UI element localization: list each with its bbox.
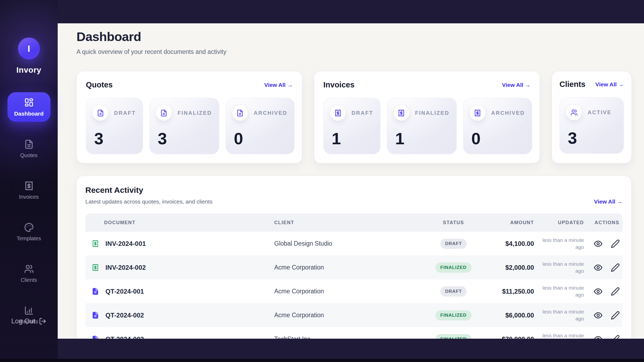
app-logo[interactable]: I Invory [0, 0, 58, 75]
stat-tiles: DRAFT1FINALIZED1ARCHIVED0 [323, 98, 530, 154]
app-name: Invory [16, 65, 41, 75]
edit-button[interactable] [611, 311, 620, 320]
stat-value: 3 [94, 130, 136, 147]
invoices-view-all-link[interactable]: View All → [502, 82, 530, 88]
view-button[interactable] [594, 287, 603, 296]
sidebar-item-invoices[interactable]: Invoices [8, 176, 50, 205]
sidebar-item-templates[interactable]: Templates [8, 217, 50, 246]
stat-value: 1 [395, 130, 449, 147]
page-header: Dashboard A quick overview of your recen… [58, 23, 644, 56]
sidebar-item-reports[interactable]: Reports [8, 300, 50, 330]
actions-cell [585, 287, 623, 296]
chart-icon [24, 306, 34, 315]
amount-cell: $6,000.00 [483, 312, 534, 319]
card-header-clients: ClientsView All → [559, 80, 624, 89]
receipt-icon [398, 109, 405, 117]
stat-tiles: DRAFT3FINALIZED3ARCHIVED0 [86, 98, 293, 154]
file-icon [236, 109, 244, 117]
stat-value: 0 [234, 130, 287, 147]
file-icon [160, 109, 167, 117]
status-cell: FINALIZED [424, 310, 483, 320]
stat-label: ARCHIVED [254, 110, 287, 116]
document-id: QT-2024-003 [105, 335, 144, 339]
amount-cell: $11,250.00 [483, 288, 534, 295]
status-cell: DRAFT [424, 286, 483, 297]
stat-icon-circle [330, 105, 346, 121]
logout-button[interactable]: Log Out [0, 317, 58, 325]
stat-label: ARCHIVED [491, 110, 525, 116]
status-cell: FINALIZED [424, 263, 483, 273]
document-cell: INV-2024-001 [85, 240, 274, 248]
stat-tile-archived: ARCHIVED0 [226, 98, 295, 154]
actions-cell [585, 239, 623, 248]
palette-icon [24, 223, 34, 232]
stat-value: 1 [332, 130, 373, 147]
table-row: QT-2024-003TechStart Inc.FINALIZED$70,00… [85, 327, 623, 339]
stat-label: ACTIVE [588, 109, 612, 116]
document-id: QT-2024-001 [105, 288, 144, 295]
sidebar-item-label: Invoices [19, 194, 39, 200]
edit-button[interactable] [611, 287, 620, 296]
clients-view-all-link[interactable]: View All → [595, 81, 624, 88]
stat-icon-circle [93, 105, 108, 121]
view-button[interactable] [594, 311, 603, 320]
client-cell: TechStart Inc. [274, 335, 424, 339]
view-button[interactable] [594, 239, 603, 248]
eye-icon [594, 287, 603, 296]
stat-tile-top: FINALIZED [156, 105, 212, 121]
client-cell: Acme Corporation [274, 264, 424, 271]
edit-button[interactable] [611, 239, 620, 248]
document-cell: QT-2024-002 [85, 312, 274, 319]
recent-activity-card: Recent Activity Latest updates across qu… [76, 176, 631, 339]
document-cell: QT-2024-001 [85, 288, 274, 295]
document-id: QT-2024-002 [105, 312, 144, 319]
quotes-view-all-link[interactable]: View All → [264, 82, 293, 88]
sidebar-item-dashboard[interactable]: Dashboard [8, 92, 50, 122]
file-icon [92, 288, 99, 295]
column-header-actions: ACTIONS [585, 220, 623, 226]
updated-cell: less than a minute ago [534, 308, 585, 322]
bottom-edge [0, 359, 644, 362]
updated-cell: less than a minute ago [534, 237, 585, 250]
updated-cell: less than a minute ago [534, 261, 585, 274]
file-icon [92, 312, 99, 319]
document-id: INV-2024-002 [105, 264, 146, 271]
sidebar-item-clients[interactable]: Clients [8, 259, 50, 288]
actions-cell [585, 263, 623, 272]
recent-activity-view-all-link[interactable]: View All → [594, 198, 623, 205]
summary-cards: QuotesView All →DRAFT3FINALIZED3ARCHIVED… [76, 71, 632, 163]
edit-button[interactable] [611, 263, 620, 272]
page-subtitle: A quick overview of your recent document… [76, 48, 644, 56]
stat-label: FINALIZED [415, 110, 449, 116]
stat-tile-top: FINALIZED [394, 105, 449, 121]
stat-tile-top: ARCHIVED [470, 105, 525, 121]
status-badge: FINALIZED [436, 310, 471, 320]
updated-cell: less than a minute ago [534, 332, 585, 339]
edit-button[interactable] [611, 335, 620, 339]
stat-icon-circle [470, 105, 485, 121]
receipt-icon [92, 264, 99, 271]
recent-activity-subtitle: Latest updates across quotes, invoices, … [85, 198, 213, 205]
stat-tile-top: ACTIVE [566, 105, 617, 120]
stat-value: 0 [471, 130, 525, 147]
activity-table-body: INV-2024-001Global Design StudioDRAFT$4,… [85, 232, 623, 339]
stat-tile-draft: DRAFT1 [323, 98, 380, 154]
receipt-icon [24, 181, 34, 191]
status-badge: DRAFT [440, 239, 467, 249]
status-badge: DRAFT [440, 286, 467, 297]
logout-icon [39, 317, 46, 325]
stat-tile-active: ACTIVE3 [559, 97, 624, 154]
activity-table: DOCUMENTCLIENTSTATUSAMOUNTUPDATEDACTIONS… [85, 213, 623, 339]
client-cell: Acme Corporation [274, 288, 424, 295]
pencil-icon [611, 335, 620, 339]
stat-icon-circle [156, 105, 172, 121]
sidebar-item-label: Templates [17, 235, 41, 242]
updated-cell: less than a minute ago [534, 285, 585, 298]
table-row: INV-2024-002Acme CorporationFINALIZED$2,… [85, 256, 623, 279]
view-button[interactable] [594, 335, 603, 339]
stat-tile-top: DRAFT [93, 105, 136, 121]
view-button[interactable] [594, 263, 603, 272]
receipt-icon [334, 109, 342, 117]
status-cell: DRAFT [424, 239, 483, 249]
sidebar-item-quotes[interactable]: Quotes [8, 134, 50, 163]
